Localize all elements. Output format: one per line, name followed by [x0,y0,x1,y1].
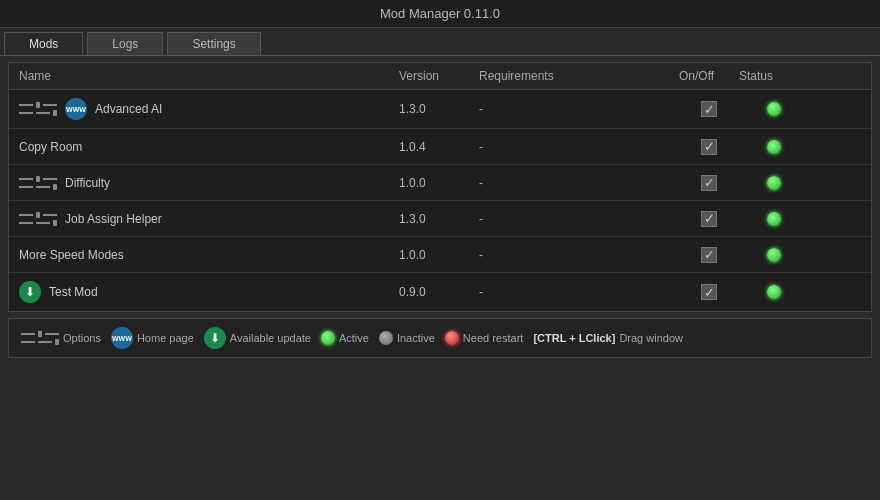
status-active-icon [767,140,781,154]
shortcut-action: Drag window [619,332,683,344]
mod-toggle[interactable]: ✓ [679,175,739,191]
mod-status [739,102,809,116]
table-row: More Speed Modes 1.0.0 - ✓ [9,237,871,273]
legend-options: Options [21,331,101,345]
status-active-icon [767,102,781,116]
legend-download-icon: ⬇ [204,327,226,349]
header-requirements: Requirements [479,69,679,83]
table-row: Job Assign Helper 1.3.0 - ✓ [9,201,871,237]
status-active-icon [767,176,781,190]
mod-status [739,140,809,154]
legend-inactive-icon [379,331,393,345]
checkbox-icon[interactable]: ✓ [701,247,717,263]
legend-bar: Options WWW Home page ⬇ Available update… [8,318,872,358]
header-onoff: On/Off [679,69,739,83]
tab-settings[interactable]: Settings [167,32,260,55]
legend-options-icon [21,331,59,345]
table-row: Difficulty 1.0.0 - ✓ [9,165,871,201]
mod-name-cell: ⬇ Test Mod [19,281,399,303]
table-row: Copy Room 1.0.4 - ✓ [9,129,871,165]
status-active-icon [767,248,781,262]
legend-active-label: Active [339,332,369,344]
checkbox-icon[interactable]: ✓ [701,175,717,191]
legend-homepage: WWW Home page [111,327,194,349]
mod-name: More Speed Modes [19,248,124,262]
legend-update-label: Available update [230,332,311,344]
mod-name-cell: More Speed Modes [19,248,399,262]
checkbox-icon[interactable]: ✓ [701,139,717,155]
status-active-icon [767,212,781,226]
table-row: WWW Advanced AI 1.3.0 - ✓ [9,90,871,129]
mod-version: 1.3.0 [399,102,479,116]
header-name: Name [19,69,399,83]
table-header: Name Version Requirements On/Off Status [9,63,871,90]
mod-requirements: - [479,212,679,226]
legend-homepage-label: Home page [137,332,194,344]
mod-version: 1.0.0 [399,176,479,190]
mod-status [739,285,809,299]
mod-version: 1.3.0 [399,212,479,226]
legend-active: Active [321,331,369,345]
checkbox-icon[interactable]: ✓ [701,101,717,117]
legend-restart-label: Need restart [463,332,524,344]
mod-status [739,176,809,190]
legend-active-icon [321,331,335,345]
mod-requirements: - [479,102,679,116]
mod-name-cell: Copy Room [19,140,399,154]
mod-toggle[interactable]: ✓ [679,139,739,155]
mod-toggle[interactable]: ✓ [679,101,739,117]
mod-status [739,212,809,226]
download-icon[interactable]: ⬇ [19,281,41,303]
checkbox-icon[interactable]: ✓ [701,211,717,227]
legend-options-label: Options [63,332,101,344]
header-status: Status [739,69,809,83]
mod-version: 1.0.0 [399,248,479,262]
table-row: ⬇ Test Mod 0.9.0 - ✓ [9,273,871,311]
legend-inactive-label: Inactive [397,332,435,344]
mod-version: 0.9.0 [399,285,479,299]
legend-shortcut: [CTRL + LClick] Drag window [533,332,683,344]
mod-name-cell: Job Assign Helper [19,212,399,226]
mod-name: Job Assign Helper [65,212,162,226]
mod-requirements: - [479,176,679,190]
mod-name: Copy Room [19,140,82,154]
homepage-icon[interactable]: WWW [65,98,87,120]
mod-requirements: - [479,140,679,154]
options-icon[interactable] [19,102,57,116]
tab-bar: Mods Logs Settings [0,28,880,56]
options-icon[interactable] [19,176,57,190]
mod-status [739,248,809,262]
legend-inactive: Inactive [379,331,435,345]
mod-table: Name Version Requirements On/Off Status … [8,62,872,312]
mod-name: Test Mod [49,285,98,299]
tab-mods[interactable]: Mods [4,32,83,55]
mod-toggle[interactable]: ✓ [679,247,739,263]
legend-update: ⬇ Available update [204,327,311,349]
checkbox-icon[interactable]: ✓ [701,284,717,300]
shortcut-keys: [CTRL + LClick] [533,332,615,344]
mod-name: Difficulty [65,176,110,190]
mod-name-cell: Difficulty [19,176,399,190]
app-title: Mod Manager 0.11.0 [380,6,500,21]
header-version: Version [399,69,479,83]
mod-toggle[interactable]: ✓ [679,211,739,227]
legend-restart: Need restart [445,331,524,345]
mod-requirements: - [479,248,679,262]
status-active-icon [767,285,781,299]
mod-name: Advanced AI [95,102,162,116]
mod-toggle[interactable]: ✓ [679,284,739,300]
mod-requirements: - [479,285,679,299]
legend-www-icon: WWW [111,327,133,349]
tab-logs[interactable]: Logs [87,32,163,55]
mod-name-cell: WWW Advanced AI [19,98,399,120]
options-icon[interactable] [19,212,57,226]
legend-restart-icon [445,331,459,345]
mod-version: 1.0.4 [399,140,479,154]
title-bar: Mod Manager 0.11.0 [0,0,880,28]
